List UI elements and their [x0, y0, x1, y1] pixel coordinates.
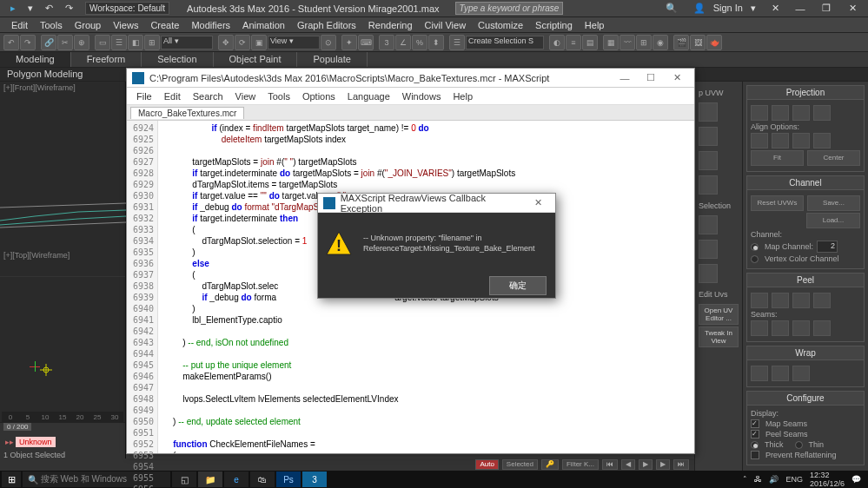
scale-button[interactable]: ▣: [251, 35, 267, 50]
error-titlebar[interactable]: MAXScript RedrawViews Callback Exception…: [318, 194, 555, 213]
undo-button[interactable]: ↶: [3, 35, 19, 50]
peel-seams-check[interactable]: [751, 430, 759, 439]
graphite-button[interactable]: ▦: [603, 35, 619, 50]
sel-tool-3[interactable]: [699, 264, 718, 283]
viewport-front-label[interactable]: [+][Front][Wireframe]: [3, 83, 76, 92]
viewport-panel[interactable]: [+][Front][Wireframe] [+][Top][Wireframe…: [0, 82, 126, 471]
keyfilter-selected[interactable]: Selected: [502, 459, 538, 470]
proj-btn-1[interactable]: [751, 105, 768, 121]
align-button[interactable]: ≡: [566, 35, 581, 50]
proj-btn-2[interactable]: [772, 105, 789, 121]
map-channel-radio[interactable]: [751, 243, 759, 251]
align-view[interactable]: [813, 133, 831, 148]
timeline-ruler[interactable]: 0 5 10 15 20 25 30: [2, 412, 123, 422]
help-search-input[interactable]: Type a keyword or phrase: [455, 2, 564, 15]
start-button[interactable]: ⊞: [2, 472, 21, 487]
peel-3[interactable]: [792, 293, 810, 308]
configure-header[interactable]: Configure: [747, 392, 864, 406]
menu-modifiers[interactable]: Modifiers: [185, 18, 236, 32]
material-button[interactable]: ◉: [653, 35, 668, 50]
taskbar-edge[interactable]: e: [224, 472, 248, 487]
uv-tool-2[interactable]: [699, 127, 718, 146]
script-menu-view[interactable]: View: [229, 89, 262, 103]
error-ok-button[interactable]: 确定: [489, 276, 547, 295]
play-play[interactable]: ▶: [639, 459, 653, 470]
signin-button[interactable]: 👤 Sign In ▾: [688, 1, 761, 16]
taskbar-store[interactable]: 🛍: [250, 472, 275, 487]
script-menu-tools[interactable]: Tools: [262, 89, 296, 103]
center-button[interactable]: Center: [807, 150, 860, 166]
menu-create[interactable]: Create: [144, 18, 185, 32]
percent-snap-button[interactable]: %: [412, 35, 427, 50]
script-menu-file[interactable]: File: [130, 89, 158, 103]
window-crossing-button[interactable]: ⊞: [144, 35, 160, 50]
peel-header[interactable]: Peel: [747, 274, 864, 287]
ribbon-modeling[interactable]: Modeling: [0, 52, 71, 67]
menu-customize[interactable]: Customize: [472, 18, 529, 32]
sel-tool-1[interactable]: [699, 215, 718, 234]
render-button[interactable]: 🫖: [706, 35, 722, 50]
snap-button[interactable]: 3: [379, 35, 394, 50]
layer-button[interactable]: ▤: [582, 35, 598, 50]
uv-tool-4[interactable]: [699, 175, 718, 195]
move-button[interactable]: ✥: [218, 35, 234, 50]
select-button[interactable]: ▭: [95, 35, 110, 50]
wrap-2[interactable]: [772, 366, 789, 381]
tray-clock[interactable]: 12:322016/12/6: [810, 471, 845, 488]
script-menu-language[interactable]: Language: [341, 89, 396, 103]
named-sel-dd[interactable]: Create Selection S: [466, 36, 544, 49]
task-view-button[interactable]: ◱: [172, 472, 196, 487]
align-x[interactable]: [751, 133, 768, 148]
viewport-top-label[interactable]: [+][Top][Wireframe]: [3, 251, 70, 260]
rotate-button[interactable]: ⟳: [235, 35, 250, 50]
align-y[interactable]: [772, 133, 789, 148]
taskbar-explorer[interactable]: 📁: [198, 472, 222, 487]
wrap-3[interactable]: [792, 366, 810, 381]
thick-radio[interactable]: [751, 441, 759, 449]
script-minimize-button[interactable]: —: [613, 70, 637, 86]
seam-2[interactable]: [772, 320, 789, 336]
time-slider[interactable]: 0 / 200: [0, 422, 125, 434]
curve-editor-button[interactable]: 〰: [620, 35, 635, 50]
infocenter-icon[interactable]: 🔍: [660, 1, 683, 16]
script-menu-edit[interactable]: Edit: [158, 89, 187, 103]
minimize-button[interactable]: —: [790, 2, 811, 16]
peel-1[interactable]: [751, 293, 768, 308]
script-menu-search[interactable]: Search: [187, 89, 229, 103]
open-uv-editor-button[interactable]: Open UV Editor ...: [699, 304, 739, 325]
keyboard-button[interactable]: ⌨: [358, 35, 374, 50]
qat-undo[interactable]: ↶: [40, 1, 58, 16]
thin-radio[interactable]: [795, 441, 803, 449]
autokey-button[interactable]: Auto: [475, 459, 498, 470]
menu-help[interactable]: Help: [579, 18, 611, 32]
script-titlebar[interactable]: C:\Program Files\Autodesk\3ds Max 2016\M…: [127, 69, 694, 88]
reset-uvw-button[interactable]: Reset UVWs: [751, 195, 804, 211]
pivot-button[interactable]: ⊙: [321, 35, 336, 50]
proj-btn-4[interactable]: [813, 105, 831, 121]
qat-open[interactable]: ▾: [23, 1, 38, 16]
menu-scripting[interactable]: Scripting: [529, 18, 579, 32]
prevent-reflatten-check[interactable]: [751, 451, 759, 459]
named-sel-button[interactable]: ☰: [449, 35, 465, 50]
select-region-button[interactable]: ◧: [128, 35, 143, 50]
tray-ime[interactable]: ENG: [785, 475, 803, 484]
align-z[interactable]: [792, 133, 810, 148]
menu-tools[interactable]: Tools: [34, 18, 69, 32]
unlink-button[interactable]: ✂: [57, 35, 73, 50]
bind-button[interactable]: ⊕: [74, 35, 89, 50]
wrap-header[interactable]: Wrap: [747, 346, 864, 360]
menu-views[interactable]: Views: [107, 18, 144, 32]
restore-button[interactable]: ❐: [816, 2, 837, 16]
script-tab-active[interactable]: Macro_BakeTextures.mcr: [130, 107, 244, 119]
render-frame-button[interactable]: 🖼: [690, 35, 706, 50]
select-name-button[interactable]: ☰: [111, 35, 127, 50]
script-menu-help[interactable]: Help: [447, 89, 479, 103]
redo-button[interactable]: ↷: [20, 35, 36, 50]
tray-network-icon[interactable]: 🖧: [754, 475, 762, 484]
selection-filter[interactable]: All ▾: [161, 36, 213, 49]
close-button[interactable]: ✕: [842, 2, 863, 16]
ribbon-selection[interactable]: Selection: [142, 52, 213, 67]
menu-civilview[interactable]: Civil View: [419, 18, 472, 32]
workspace-selector[interactable]: Workspace: Default: [85, 2, 169, 15]
manipulate-button[interactable]: ✦: [341, 35, 357, 50]
